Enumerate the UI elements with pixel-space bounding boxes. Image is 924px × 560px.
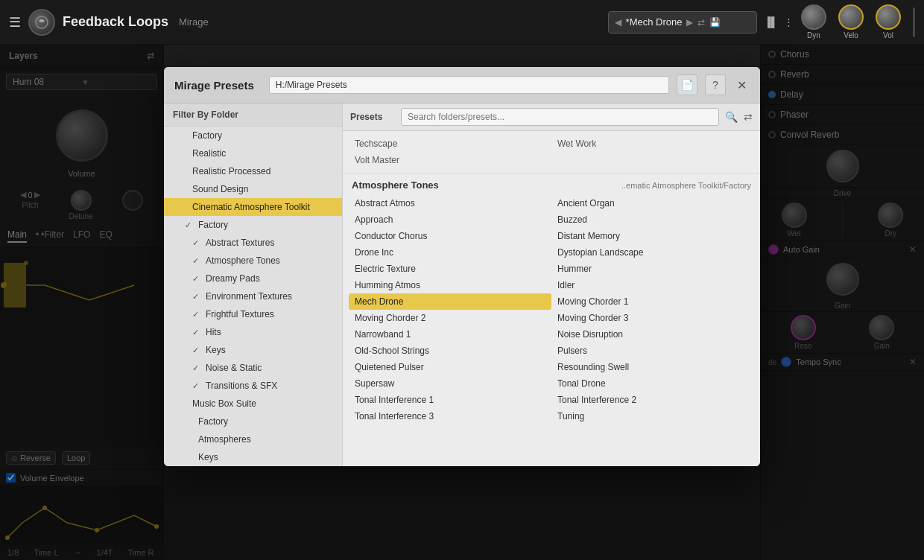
- preset-item[interactable]: Humming Atmos: [349, 277, 551, 293]
- menu-icon[interactable]: ☰: [9, 14, 21, 31]
- preset-item[interactable]: Abstract Atmos: [349, 195, 551, 211]
- preset-item[interactable]: Volt Master: [349, 152, 551, 168]
- folder-name: Keys: [198, 452, 218, 462]
- preset-item[interactable]: Quietened Pulser: [349, 359, 551, 375]
- folder-item[interactable]: Factory: [164, 413, 342, 430]
- folder-item[interactable]: Music Box Suite: [164, 395, 342, 413]
- folder-check-icon: ✓: [192, 238, 201, 248]
- preset-item[interactable]: Ancient Organ: [551, 195, 754, 211]
- folder-item[interactable]: Cinematic Atmosphere Toolkit: [164, 198, 342, 216]
- folder-item[interactable]: ✓Abstract Textures: [164, 234, 342, 252]
- modal-overlay: Mirage Presets 📄 ? ✕ Filter By Folder Fa…: [0, 45, 924, 560]
- prev-preset-btn[interactable]: ◀: [615, 17, 621, 28]
- preset-item[interactable]: Moving Chorder 1: [551, 293, 754, 310]
- top-icons: ▐▌ ⋮: [765, 16, 794, 28]
- preset-item[interactable]: Resounding Swell: [551, 359, 754, 375]
- folder-item[interactable]: ✓Factory: [164, 216, 342, 234]
- folder-item[interactable]: Realistic: [164, 144, 342, 162]
- preset-item[interactable]: Conductor Chorus: [349, 228, 551, 244]
- app-title: Feedback Loops: [63, 14, 168, 30]
- preset-item[interactable]: Tonal Drone: [551, 375, 754, 392]
- dyn-knob[interactable]: [801, 4, 826, 30]
- modal-help-icon[interactable]: ?: [705, 74, 726, 95]
- preset-item[interactable]: Narrowband 1: [349, 326, 551, 343]
- more-icon[interactable]: ⋮: [784, 16, 794, 28]
- modal-title: Mirage Presets: [174, 79, 254, 92]
- vol-knob[interactable]: [876, 4, 901, 30]
- save-preset-btn[interactable]: 💾: [709, 17, 721, 28]
- folder-name: Transitions & SFX: [206, 381, 277, 391]
- preset-item[interactable]: Hummer: [551, 261, 754, 277]
- dyn-knob-group: Dyn: [801, 4, 826, 39]
- vol-label: Vol: [883, 31, 893, 39]
- preset-item[interactable]: Electric Texture: [349, 261, 551, 277]
- folder-item[interactable]: ✓Transitions & SFX: [164, 377, 342, 395]
- presets-panel: Presets 🔍 ⇄ TechscapeWet WorkVolt Master…: [343, 104, 760, 466]
- folder-name: Frightful Textures: [206, 309, 274, 319]
- presets-label: Presets: [350, 112, 395, 122]
- folder-item[interactable]: Factory: [164, 127, 342, 144]
- app-logo: [28, 9, 55, 36]
- preset-item[interactable]: Approach: [349, 211, 551, 228]
- shuffle-presets-icon[interactable]: ⇄: [744, 111, 753, 123]
- folder-item[interactable]: Sound Design: [164, 180, 342, 198]
- preset-item[interactable]: Tuning: [551, 408, 754, 424]
- preset-item[interactable]: Distant Memory: [551, 228, 754, 244]
- modal-body: Filter By Folder FactoryRealisticRealist…: [164, 104, 760, 466]
- preset-selector-bar[interactable]: ◀ *Mech Drone ▶ ⇄ 💾: [608, 11, 757, 34]
- folder-check-icon: ✓: [192, 346, 201, 355]
- preset-item[interactable]: Drone Inc: [349, 244, 551, 261]
- preset-item[interactable]: Noise Disruption: [551, 326, 754, 343]
- modal-path-input[interactable]: [269, 76, 669, 94]
- search-input[interactable]: [401, 108, 719, 126]
- prev-presets-grid: TechscapeWet WorkVolt Master: [343, 134, 760, 170]
- preset-item[interactable]: Pulsers: [551, 343, 754, 359]
- folder-item[interactable]: ✓Frightful Textures: [164, 305, 342, 323]
- preset-item[interactable]: Old-School Strings: [349, 343, 551, 359]
- preset-item[interactable]: Tonal Interference 3: [349, 408, 551, 424]
- folder-name: Music Box Suite: [192, 398, 256, 409]
- mirage-presets-modal: Mirage Presets 📄 ? ✕ Filter By Folder Fa…: [164, 67, 760, 466]
- folder-item[interactable]: ✓Atmosphere Tones: [164, 252, 342, 270]
- folder-item[interactable]: ✓Noise & Static: [164, 359, 342, 377]
- search-icon[interactable]: 🔍: [725, 111, 738, 123]
- preset-item[interactable]: Idler: [551, 277, 754, 293]
- folder-item[interactable]: ✓Hits: [164, 323, 342, 341]
- folder-item[interactable]: ✓Dreamy Pads: [164, 270, 342, 287]
- preset-item[interactable]: Supersaw: [349, 375, 551, 392]
- next-preset-btn[interactable]: ▶: [686, 17, 693, 28]
- shuffle-preset-btn[interactable]: ⇄: [697, 17, 705, 28]
- preset-item[interactable]: Techscape: [349, 136, 551, 152]
- folder-item[interactable]: Keys: [164, 448, 342, 466]
- folder-panel: Filter By Folder FactoryRealisticRealist…: [164, 104, 343, 466]
- preset-item[interactable]: Buzzed: [551, 211, 754, 228]
- preset-item[interactable]: Dystopian Landscape: [551, 244, 754, 261]
- folder-name: Atmospheres: [198, 434, 251, 445]
- preset-item[interactable]: Moving Chorder 2: [349, 310, 551, 326]
- folder-item[interactable]: Realistic Processed: [164, 162, 342, 180]
- folder-name: Noise & Static: [206, 363, 262, 373]
- bars-icon[interactable]: ▐▌: [765, 16, 778, 28]
- modal-file-icon[interactable]: 📄: [677, 74, 697, 95]
- folder-name: Dreamy Pads: [206, 273, 260, 284]
- velo-knob-group: Velo: [838, 4, 864, 39]
- folder-item[interactable]: ✓Keys: [164, 341, 342, 359]
- folder-item[interactable]: Atmospheres: [164, 430, 342, 448]
- folder-name: Realistic: [192, 148, 226, 159]
- master-knobs: Dyn Velo Vol: [801, 4, 915, 39]
- preset-item[interactable]: Tonal Interference 2: [551, 392, 754, 408]
- folder-item[interactable]: ✓Environment Textures: [164, 287, 342, 305]
- preset-item[interactable]: Tonal Interference 1: [349, 392, 551, 408]
- top-bar: ☰ Feedback Loops Mirage ◀ *Mech Drone ▶ …: [0, 0, 924, 45]
- preset-item[interactable]: Moving Chorder 3: [551, 310, 754, 326]
- folder-check-icon: ✓: [192, 274, 201, 284]
- velo-knob[interactable]: [838, 4, 864, 30]
- group-name: Atmosphere Tones: [352, 179, 439, 191]
- preset-item[interactable]: Mech Drone: [349, 293, 551, 310]
- folder-list: FactoryRealisticRealistic ProcessedSound…: [164, 127, 342, 466]
- modal-close-btn[interactable]: ✕: [733, 77, 750, 93]
- folder-check-icon: ✓: [192, 256, 201, 266]
- folder-name: Factory: [198, 220, 228, 230]
- divider: [913, 7, 915, 37]
- preset-item[interactable]: Wet Work: [551, 136, 754, 152]
